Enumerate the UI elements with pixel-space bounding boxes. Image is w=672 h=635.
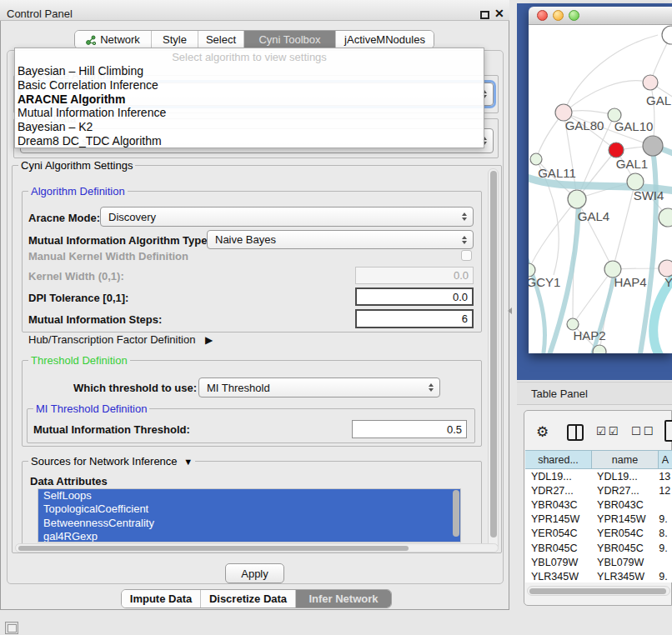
table-cell: 9. xyxy=(657,542,672,554)
attributes-scrollbar-thumb[interactable] xyxy=(453,490,459,537)
combo-arrows-icon xyxy=(462,212,467,221)
table-cell: 9. xyxy=(657,513,672,525)
which-threshold-combo[interactable]: MI Threshold xyxy=(198,378,440,398)
hub-definition-expander[interactable]: Hub/Transcription Factor Definition ▶ xyxy=(28,333,213,346)
table-cell: 9. xyxy=(657,571,672,582)
network-node[interactable] xyxy=(627,173,644,190)
table-cell: YLR345W xyxy=(591,571,657,582)
data-attributes-label: Data Attributes xyxy=(30,475,108,488)
combo-arrows-icon xyxy=(462,236,467,244)
table-header-shared-name[interactable]: shared... xyxy=(525,450,592,469)
tab-cyni-toolbox[interactable]: Cyni Toolbox xyxy=(244,31,336,48)
table-row[interactable]: YER054CYER054C8. xyxy=(525,527,672,541)
table-cell: YPR145W xyxy=(591,513,657,525)
algorithm-option[interactable]: Bayesian – K2 xyxy=(15,120,484,134)
dpi-tolerance-label: DPI Tolerance [0,1]: xyxy=(28,292,128,304)
table-cell: YDR27... xyxy=(591,485,657,497)
network-window-titlebar[interactable] xyxy=(529,7,672,25)
algorithm-option[interactable]: Mutual Information Inference xyxy=(15,106,484,120)
network-edge-highlighted xyxy=(529,247,545,353)
mi-steps-field[interactable]: 6 xyxy=(355,309,474,328)
table-row[interactable]: YLR345WYLR345W9. xyxy=(525,569,672,582)
settings-hscrollbar-thumb[interactable] xyxy=(18,546,409,551)
traffic-light-minimize-icon[interactable] xyxy=(553,10,564,21)
tab-infer-network[interactable]: Infer Network xyxy=(296,590,391,608)
table-header-clipped[interactable]: A xyxy=(659,450,672,469)
attribute-item[interactable]: gal4RGexp xyxy=(38,530,460,542)
control-panel-titlebar[interactable] xyxy=(0,0,509,21)
checked-boxes-icon[interactable]: ☑☑ xyxy=(596,425,620,438)
network-node[interactable] xyxy=(643,136,663,156)
table-hscrollbar[interactable] xyxy=(527,586,670,596)
settings-scrollbar[interactable] xyxy=(488,168,499,550)
traffic-light-close-icon[interactable] xyxy=(537,10,548,21)
network-node-label: HAP2 xyxy=(573,328,605,342)
settings-scrollbar-thumb[interactable] xyxy=(490,171,497,538)
table-header-name[interactable]: name xyxy=(592,450,659,469)
mi-threshold-field[interactable]: 0.5 xyxy=(352,420,467,438)
dpi-tolerance-field[interactable]: 0.0 xyxy=(355,288,474,306)
kernel-width-label: Kernel Width (0,1): xyxy=(28,270,124,282)
tab-discretize-data[interactable]: Discretize Data xyxy=(201,590,296,608)
minimized-panel-icon[interactable] xyxy=(5,622,18,634)
network-node[interactable] xyxy=(609,142,624,158)
network-node[interactable] xyxy=(568,190,586,208)
network-node[interactable] xyxy=(659,260,672,277)
network-node[interactable] xyxy=(643,75,658,90)
table-hscrollbar-thumb[interactable] xyxy=(529,588,666,594)
table-row[interactable]: YBR043CYBR043C xyxy=(525,498,672,512)
table-panel-title: Table Panel xyxy=(531,388,588,400)
table-cell: YLR345W xyxy=(525,571,591,582)
network-canvas[interactable]: GALGAL80GAL10GAL1GAL11SWI4GAL4GCY1HAP4YH… xyxy=(529,25,672,353)
kernel-width-field[interactable]: 0.0 xyxy=(355,267,474,284)
algorithm-option[interactable]: Basic Correlation Inference xyxy=(15,78,484,92)
algorithm-option[interactable]: Dream8 DC_TDC Algorithm xyxy=(15,134,484,148)
table-row[interactable]: YBR045CYBR045C9. xyxy=(525,541,672,555)
tab-impute-data[interactable]: Impute Data xyxy=(122,590,201,608)
network-edge xyxy=(564,81,650,112)
table-cell: YBR043C xyxy=(591,499,657,511)
settings-hscrollbar[interactable] xyxy=(15,543,499,552)
aracne-mode-combo[interactable]: Discovery xyxy=(100,207,474,227)
tab-select[interactable]: Select xyxy=(198,31,244,48)
algorithm-option[interactable]: Bayesian – Hill Climbing xyxy=(15,64,484,78)
tab-jactivemnodules[interactable]: jActiveMNodules xyxy=(336,31,434,48)
table-row[interactable]: YPR145WYPR145W9. xyxy=(525,512,672,527)
traffic-light-zoom-icon[interactable] xyxy=(569,10,579,21)
network-node[interactable] xyxy=(659,208,672,227)
threshold-definition-title: Threshold Definition xyxy=(28,354,130,367)
document-icon[interactable] xyxy=(664,420,672,442)
split-divider-handle[interactable] xyxy=(508,308,512,314)
tab-style[interactable]: Style xyxy=(152,31,198,48)
cyni-bottom-tabstrip: Impute DataDiscretize DataInfer Network xyxy=(121,589,392,608)
network-node[interactable] xyxy=(593,345,606,353)
algorithm-popup: Select algorithm to view settings Bayesi… xyxy=(14,48,484,148)
attribute-item[interactable]: BetweennessCentrality xyxy=(38,517,460,530)
split-view-icon[interactable] xyxy=(567,424,584,441)
table-cell: YBL079W xyxy=(525,557,591,568)
table-row[interactable]: YDR27...YDR27...12 xyxy=(525,483,672,498)
attribute-item[interactable]: TopologicalCoefficient xyxy=(38,502,460,516)
network-node[interactable] xyxy=(530,153,542,165)
table-row[interactable]: YDL19...YDL19...13 xyxy=(525,469,672,483)
mi-threshold-label: Mutual Information Threshold: xyxy=(33,423,190,436)
tab-network[interactable]: Network xyxy=(75,31,152,48)
gear-icon[interactable]: ⚙ xyxy=(536,423,549,441)
mi-type-combo[interactable]: Naive Bayes xyxy=(207,230,474,249)
attribute-item[interactable]: SelfLoops xyxy=(38,489,460,502)
float-window-icon[interactable] xyxy=(480,11,489,19)
network-node[interactable] xyxy=(662,26,672,44)
algorithm-popup-list: Bayesian – Hill ClimbingBasic Correlatio… xyxy=(15,64,484,148)
apply-button[interactable]: Apply xyxy=(225,563,284,583)
close-icon[interactable]: ✕ xyxy=(494,7,504,20)
unchecked-boxes-icon[interactable]: ☐☐ xyxy=(631,425,655,438)
table-row[interactable]: YBL079WYBL079W xyxy=(525,555,672,569)
mi-steps-label: Mutual Information Steps: xyxy=(28,313,162,326)
which-threshold-value: MI Threshold xyxy=(207,382,270,394)
hub-definition-label: Hub/Transcription Factor Definition xyxy=(28,333,195,346)
attributes-scrollbar[interactable] xyxy=(453,490,460,541)
manual-kernel-checkbox[interactable] xyxy=(461,250,472,261)
sources-group-title[interactable]: Sources for Network Inference ▼ xyxy=(28,455,195,468)
network-node-label: GAL xyxy=(646,93,671,108)
algorithm-option[interactable]: ARACNE Algorithm xyxy=(15,92,484,107)
